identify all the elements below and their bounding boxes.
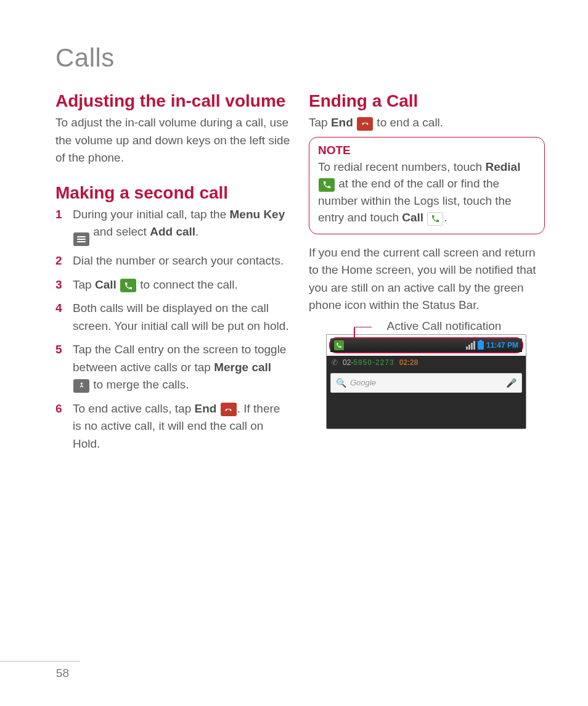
- redial-icon: [319, 178, 335, 192]
- end-button-label: End: [331, 116, 353, 129]
- step-2: Dial the number or search your contacts.: [55, 252, 292, 270]
- phone-outline-icon: ✆: [332, 358, 338, 367]
- callout-text: Active Call notification: [387, 319, 502, 332]
- chapter-title: Calls: [55, 43, 545, 73]
- end-text-b: to end a call.: [374, 116, 443, 129]
- step-5: Tap the Call entry on the screen to togg…: [55, 341, 292, 394]
- google-search-bar: 🔍 Google 🎤: [330, 373, 522, 393]
- step-1: During your initial call, tap the Menu K…: [55, 206, 292, 247]
- call-icon: [427, 212, 443, 226]
- note-text: To redial recent numbers, touch Redial a…: [318, 158, 536, 226]
- step-6: To end active calls, tap End . If there …: [55, 400, 292, 453]
- end-label: End: [195, 402, 217, 415]
- call-number: 5950-2273: [353, 358, 394, 367]
- heading-ending-call: Ending a Call: [309, 90, 545, 112]
- phone-screenshot: 11:47 PM ✆ 02-5950-2273 02:28 🔍 Google 🎤: [326, 334, 526, 429]
- page-number: 58: [0, 661, 80, 680]
- signal-icon: [466, 341, 475, 350]
- ongoing-call-bar: ✆ 02-5950-2273 02:28: [327, 356, 526, 369]
- end-call-icon: [357, 117, 373, 131]
- active-call-status-icon: [334, 340, 344, 350]
- battery-icon: [478, 341, 484, 350]
- add-call-label: Add call: [150, 225, 195, 238]
- note-call-label: Call: [402, 211, 423, 224]
- second-call-steps: During your initial call, tap the Menu K…: [55, 206, 292, 453]
- step-1-text-a: During your initial call, tap the: [73, 208, 230, 221]
- merge-call-label: Merge call: [214, 361, 271, 374]
- mic-icon: 🎤: [506, 378, 517, 388]
- call-label: Call: [95, 278, 116, 291]
- call-prefix: 02-: [343, 358, 353, 367]
- para-adjust-volume: To adjust the in-call volume during a ca…: [55, 114, 292, 167]
- merge-call-icon: [73, 379, 89, 393]
- callout-label: Active Call notification: [343, 319, 545, 333]
- step-3-text-a: Tap: [73, 278, 95, 291]
- heading-adjust-volume: Adjusting the in-call volume: [55, 90, 292, 112]
- search-placeholder: Google: [350, 378, 502, 387]
- right-column: Ending a Call Tap End to end a call. NOT…: [309, 90, 545, 459]
- menu-key-icon: [73, 232, 89, 246]
- end-text-a: Tap: [309, 116, 331, 129]
- step-5-text-b: to merge the calls.: [90, 378, 189, 391]
- para-active-call-info: If you end the current call screen and r…: [309, 244, 545, 314]
- note-1: To redial recent numbers, touch: [318, 160, 485, 173]
- step-1-text-c: .: [195, 225, 198, 238]
- end-call-icon: [221, 403, 237, 416]
- status-time: 11:47 PM: [486, 341, 518, 350]
- search-icon: 🔍: [336, 378, 346, 388]
- redial-label: Redial: [485, 160, 520, 173]
- note-3: .: [444, 211, 447, 224]
- note-label: NOTE: [318, 144, 536, 157]
- call-duration: 02:28: [399, 358, 419, 367]
- note-box: NOTE To redial recent numbers, touch Red…: [309, 137, 545, 234]
- status-bar-highlight: 11:47 PM: [329, 337, 523, 353]
- home-screen-area: 🔍 Google 🎤: [327, 369, 526, 429]
- status-bar: 11:47 PM: [330, 339, 522, 352]
- step-6-text-a: To end active calls, tap: [73, 402, 195, 415]
- para-end-call: Tap End to end a call.: [309, 114, 545, 132]
- menu-key-label: Menu Key: [230, 208, 285, 221]
- step-3-text-b: to connect the call.: [137, 278, 238, 291]
- callout-line: [354, 327, 372, 327]
- step-1-text-b: and select: [90, 225, 150, 238]
- step-3: Tap Call to connect the call.: [55, 276, 292, 294]
- phone-call-icon: [120, 279, 136, 292]
- heading-second-call: Making a second call: [55, 182, 292, 203]
- step-4: Both calls will be displayed on the call…: [55, 300, 292, 335]
- left-column: Adjusting the in-call volume To adjust t…: [55, 90, 292, 459]
